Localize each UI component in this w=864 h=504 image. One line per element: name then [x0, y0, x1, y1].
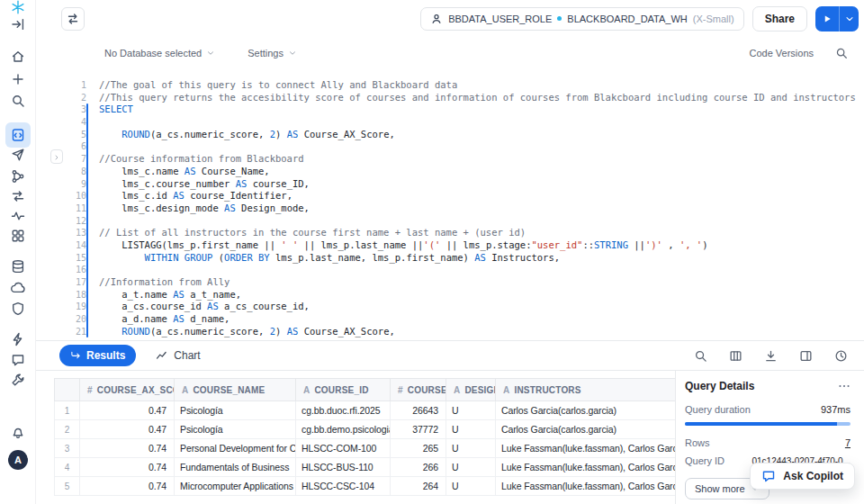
more-options-icon[interactable] — [838, 380, 850, 392]
run-button[interactable] — [815, 6, 839, 32]
sidebar-create-new-icon[interactable] — [7, 68, 29, 90]
column-header-design_[interactable]: ADESIGN_ — [446, 379, 496, 401]
table-cell[interactable]: HLSCC-CSC-104 — [296, 477, 391, 496]
settings-dropdown[interactable]: Settings — [248, 48, 297, 58]
table-cell[interactable]: Carlos Garcia(carlos.garcia) — [496, 401, 676, 420]
table-cell[interactable]: 0.47 — [80, 401, 175, 420]
table-cell[interactable]: Microcomputer Applications — [175, 477, 296, 496]
sidebar-ingestion-icon[interactable] — [7, 277, 29, 299]
table-cell[interactable]: 266 — [391, 458, 446, 477]
code-line: // List of all instructors in the course… — [99, 227, 864, 239]
table-cell[interactable]: Luke Fassman(luke.fassman), Carlos Garci… — [496, 439, 676, 458]
ask-copilot-button[interactable]: Ask Copilot — [750, 463, 855, 490]
table-cell[interactable]: 26643 — [391, 401, 446, 420]
table-cell[interactable]: Fundamentals of Business — [175, 458, 296, 477]
table-cell[interactable]: 0.74 — [80, 477, 175, 496]
chart-tab[interactable]: Chart — [156, 349, 200, 362]
user-avatar[interactable]: A — [8, 450, 28, 470]
sidebar-data-icon[interactable] — [7, 256, 29, 277]
table-cell[interactable]: U — [446, 458, 496, 477]
expand-panel-button[interactable] — [50, 149, 63, 164]
sidebar-collapse-sidebar-icon[interactable] — [7, 14, 29, 35]
sql-editor[interactable]: 123456789101112131415161718192021 //The … — [36, 74, 864, 340]
chart-icon — [156, 349, 168, 362]
table-body: 10.47Psicologíacg.bb.duoc.rfi.202526643U… — [55, 401, 676, 496]
sidebar-projects-icon[interactable] — [7, 144, 29, 166]
table-cell[interactable]: 264 — [391, 477, 446, 496]
row-number: 3 — [55, 439, 80, 458]
results-tab[interactable]: Results — [59, 345, 136, 366]
table-row[interactable]: 40.74Fundamentals of BusinessHLSCC-BUS-1… — [55, 458, 676, 477]
results-table-area: #COURSE_AX_SCORACOURSE_NAMEACOURSE_ID#CO… — [36, 371, 675, 504]
sidebar-search-icon[interactable] — [7, 90, 29, 112]
table-cell[interactable]: HLSCC-BUS-110 — [296, 458, 391, 477]
table-cell[interactable]: 0.47 — [80, 420, 175, 439]
table-cell[interactable]: 0.74 — [80, 458, 175, 477]
table-cell[interactable]: 37772 — [391, 420, 446, 439]
share-button[interactable]: Share — [752, 6, 807, 32]
context-selector[interactable]: BBDATA_USER_ROLE BLACKBOARD_DATA_WH (X-S… — [420, 7, 743, 31]
chevron-down-icon — [288, 49, 297, 58]
chart-tab-label: Chart — [174, 349, 200, 362]
number-type-icon: # — [398, 385, 403, 395]
worksheet-actions-button[interactable] — [61, 7, 85, 31]
results-tab-label: Results — [86, 349, 125, 362]
sidebar-automations-icon[interactable] — [7, 328, 29, 350]
table-cell[interactable]: Personal Development for Col — [175, 439, 296, 458]
table-row[interactable]: 50.74Microcomputer ApplicationsHLSCC-CSC… — [55, 477, 676, 496]
column-header-course_id[interactable]: ACOURSE_ID — [296, 379, 391, 401]
sidebar-activity-icon[interactable] — [7, 205, 29, 227]
table-cell[interactable]: Luke Fassman(luke.fassman), Carlos Garci… — [496, 458, 676, 477]
table-cell[interactable]: Psicología — [175, 401, 296, 420]
column-header-course_i[interactable]: #COURSE_I — [391, 379, 446, 401]
sidebar-transformations-icon[interactable] — [7, 185, 29, 207]
query-details-title: Query Details — [685, 380, 754, 392]
code-versions-link[interactable]: Code Versions — [749, 48, 814, 58]
results-history-icon[interactable] — [834, 349, 848, 363]
database-selector-label: No Database selected — [104, 48, 202, 58]
table-cell[interactable]: 0.74 — [80, 439, 175, 458]
chevron-down-icon — [206, 49, 215, 58]
table-cell[interactable]: cg.bb.duoc.rfi.2025 — [296, 401, 391, 420]
sidebar-pipelines-icon[interactable] — [7, 166, 29, 187]
row-number: 5 — [55, 477, 80, 496]
table-cell[interactable]: HLSCC-COM-100 — [296, 439, 391, 458]
table-cell[interactable]: Psicología — [175, 420, 296, 439]
column-header-instructors[interactable]: AINSTRUCTORS — [496, 379, 676, 401]
table-cell[interactable]: Luke Fassman(luke.fassman), Carlos Garci… — [496, 477, 676, 496]
sidebar-notifications-icon[interactable] — [7, 421, 29, 443]
separator-dot-icon — [557, 16, 562, 21]
table-cell[interactable]: 265 — [391, 439, 446, 458]
table-row[interactable]: 30.74Personal Development for ColHLSCC-C… — [55, 439, 676, 458]
results-table: #COURSE_AX_SCORACOURSE_NAMEACOURSE_ID#CO… — [54, 378, 675, 496]
rows-count-link[interactable]: 7 — [845, 437, 850, 448]
sidebar-assistant-icon[interactable] — [7, 349, 29, 371]
table-cell[interactable]: cg.bb.demo.psicologia — [296, 420, 391, 439]
search-icon[interactable] — [835, 47, 848, 59]
code-line: //Information from Ally — [99, 276, 864, 289]
results-search-icon[interactable] — [694, 349, 707, 363]
text-type-icon: A — [503, 385, 509, 395]
rows-label: Rows — [685, 437, 710, 448]
show-more-label: Show more — [695, 483, 745, 494]
column-header-course_name[interactable]: ACOURSE_NAME — [175, 379, 296, 401]
results-layout-icon[interactable] — [799, 349, 813, 363]
column-header-course_ax_scor[interactable]: #COURSE_AX_SCOR — [80, 379, 175, 401]
table-row[interactable]: 20.47Psicologíacg.bb.demo.psicologia3777… — [55, 420, 676, 439]
database-selector[interactable]: No Database selected — [104, 48, 215, 58]
sidebar-apps-icon[interactable] — [7, 225, 29, 247]
table-cell[interactable]: U — [446, 439, 496, 458]
table-cell[interactable]: U — [446, 401, 496, 420]
run-options-button[interactable] — [839, 6, 859, 32]
chevron-down-icon — [844, 14, 855, 24]
results-download-icon[interactable] — [764, 349, 778, 363]
sidebar-tools-icon[interactable] — [7, 369, 29, 391]
code-line: a_cs.course_id AS a_cs_course_id, — [99, 301, 864, 313]
results-columns-icon[interactable] — [729, 349, 742, 363]
sidebar-governance-icon[interactable] — [7, 298, 29, 320]
table-row[interactable]: 10.47Psicologíacg.bb.duoc.rfi.202526643U… — [55, 401, 676, 420]
table-cell[interactable]: U — [446, 420, 496, 439]
table-cell[interactable]: U — [446, 477, 496, 496]
sidebar-home-icon[interactable] — [7, 46, 29, 68]
table-cell[interactable]: Carlos Garcia(carlos.garcia) — [496, 420, 676, 439]
